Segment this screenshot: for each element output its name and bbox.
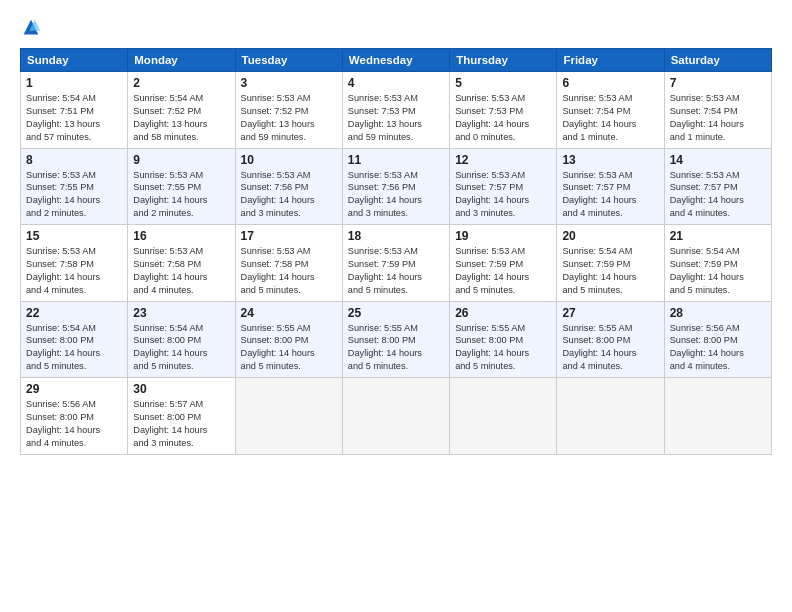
day-info: Sunrise: 5:54 AMSunset: 7:59 PMDaylight:… <box>670 245 766 297</box>
day-number: 26 <box>455 306 551 320</box>
empty-cell <box>235 378 342 455</box>
day-number: 27 <box>562 306 658 320</box>
day-cell-9: 9Sunrise: 5:53 AMSunset: 7:55 PMDaylight… <box>128 148 235 225</box>
day-cell-5: 5Sunrise: 5:53 AMSunset: 7:53 PMDaylight… <box>450 72 557 149</box>
day-cell-11: 11Sunrise: 5:53 AMSunset: 7:56 PMDayligh… <box>342 148 449 225</box>
day-info: Sunrise: 5:53 AMSunset: 7:55 PMDaylight:… <box>133 169 229 221</box>
day-number: 28 <box>670 306 766 320</box>
day-number: 19 <box>455 229 551 243</box>
day-number: 29 <box>26 382 122 396</box>
day-info: Sunrise: 5:55 AMSunset: 8:00 PMDaylight:… <box>562 322 658 374</box>
day-info: Sunrise: 5:53 AMSunset: 7:56 PMDaylight:… <box>241 169 337 221</box>
empty-cell <box>450 378 557 455</box>
day-number: 11 <box>348 153 444 167</box>
day-number: 18 <box>348 229 444 243</box>
day-number: 22 <box>26 306 122 320</box>
day-number: 7 <box>670 76 766 90</box>
day-number: 12 <box>455 153 551 167</box>
day-cell-21: 21Sunrise: 5:54 AMSunset: 7:59 PMDayligh… <box>664 225 771 302</box>
day-number: 3 <box>241 76 337 90</box>
day-info: Sunrise: 5:57 AMSunset: 8:00 PMDaylight:… <box>133 398 229 450</box>
day-number: 23 <box>133 306 229 320</box>
page-header <box>20 18 772 40</box>
day-number: 24 <box>241 306 337 320</box>
day-info: Sunrise: 5:56 AMSunset: 8:00 PMDaylight:… <box>670 322 766 374</box>
calendar-row-4: 29Sunrise: 5:56 AMSunset: 8:00 PMDayligh… <box>21 378 772 455</box>
day-info: Sunrise: 5:56 AMSunset: 8:00 PMDaylight:… <box>26 398 122 450</box>
day-info: Sunrise: 5:54 AMSunset: 8:00 PMDaylight:… <box>26 322 122 374</box>
day-cell-13: 13Sunrise: 5:53 AMSunset: 7:57 PMDayligh… <box>557 148 664 225</box>
day-cell-17: 17Sunrise: 5:53 AMSunset: 7:58 PMDayligh… <box>235 225 342 302</box>
day-number: 21 <box>670 229 766 243</box>
day-info: Sunrise: 5:53 AMSunset: 7:58 PMDaylight:… <box>133 245 229 297</box>
day-number: 8 <box>26 153 122 167</box>
day-cell-2: 2Sunrise: 5:54 AMSunset: 7:52 PMDaylight… <box>128 72 235 149</box>
day-number: 5 <box>455 76 551 90</box>
day-info: Sunrise: 5:53 AMSunset: 7:58 PMDaylight:… <box>241 245 337 297</box>
day-number: 20 <box>562 229 658 243</box>
calendar-table: SundayMondayTuesdayWednesdayThursdayFrid… <box>20 48 772 455</box>
day-info: Sunrise: 5:53 AMSunset: 7:58 PMDaylight:… <box>26 245 122 297</box>
day-cell-7: 7Sunrise: 5:53 AMSunset: 7:54 PMDaylight… <box>664 72 771 149</box>
day-number: 4 <box>348 76 444 90</box>
day-cell-19: 19Sunrise: 5:53 AMSunset: 7:59 PMDayligh… <box>450 225 557 302</box>
day-cell-3: 3Sunrise: 5:53 AMSunset: 7:52 PMDaylight… <box>235 72 342 149</box>
day-cell-22: 22Sunrise: 5:54 AMSunset: 8:00 PMDayligh… <box>21 301 128 378</box>
day-cell-29: 29Sunrise: 5:56 AMSunset: 8:00 PMDayligh… <box>21 378 128 455</box>
day-cell-6: 6Sunrise: 5:53 AMSunset: 7:54 PMDaylight… <box>557 72 664 149</box>
day-info: Sunrise: 5:53 AMSunset: 7:57 PMDaylight:… <box>670 169 766 221</box>
calendar-row-0: 1Sunrise: 5:54 AMSunset: 7:51 PMDaylight… <box>21 72 772 149</box>
day-cell-4: 4Sunrise: 5:53 AMSunset: 7:53 PMDaylight… <box>342 72 449 149</box>
day-cell-26: 26Sunrise: 5:55 AMSunset: 8:00 PMDayligh… <box>450 301 557 378</box>
day-info: Sunrise: 5:55 AMSunset: 8:00 PMDaylight:… <box>348 322 444 374</box>
col-header-monday: Monday <box>128 49 235 72</box>
day-cell-1: 1Sunrise: 5:54 AMSunset: 7:51 PMDaylight… <box>21 72 128 149</box>
day-info: Sunrise: 5:53 AMSunset: 7:54 PMDaylight:… <box>670 92 766 144</box>
calendar-row-1: 8Sunrise: 5:53 AMSunset: 7:55 PMDaylight… <box>21 148 772 225</box>
day-cell-25: 25Sunrise: 5:55 AMSunset: 8:00 PMDayligh… <box>342 301 449 378</box>
day-number: 15 <box>26 229 122 243</box>
day-info: Sunrise: 5:53 AMSunset: 7:53 PMDaylight:… <box>455 92 551 144</box>
empty-cell <box>664 378 771 455</box>
day-number: 16 <box>133 229 229 243</box>
day-info: Sunrise: 5:53 AMSunset: 7:52 PMDaylight:… <box>241 92 337 144</box>
day-number: 13 <box>562 153 658 167</box>
day-cell-15: 15Sunrise: 5:53 AMSunset: 7:58 PMDayligh… <box>21 225 128 302</box>
day-info: Sunrise: 5:55 AMSunset: 8:00 PMDaylight:… <box>241 322 337 374</box>
day-info: Sunrise: 5:54 AMSunset: 7:51 PMDaylight:… <box>26 92 122 144</box>
day-info: Sunrise: 5:53 AMSunset: 7:54 PMDaylight:… <box>562 92 658 144</box>
day-number: 10 <box>241 153 337 167</box>
day-number: 6 <box>562 76 658 90</box>
day-info: Sunrise: 5:55 AMSunset: 8:00 PMDaylight:… <box>455 322 551 374</box>
day-info: Sunrise: 5:54 AMSunset: 7:59 PMDaylight:… <box>562 245 658 297</box>
day-info: Sunrise: 5:53 AMSunset: 7:56 PMDaylight:… <box>348 169 444 221</box>
day-cell-18: 18Sunrise: 5:53 AMSunset: 7:59 PMDayligh… <box>342 225 449 302</box>
day-number: 9 <box>133 153 229 167</box>
col-header-saturday: Saturday <box>664 49 771 72</box>
empty-cell <box>557 378 664 455</box>
col-header-sunday: Sunday <box>21 49 128 72</box>
day-number: 30 <box>133 382 229 396</box>
day-number: 25 <box>348 306 444 320</box>
day-info: Sunrise: 5:53 AMSunset: 7:59 PMDaylight:… <box>348 245 444 297</box>
day-info: Sunrise: 5:53 AMSunset: 7:57 PMDaylight:… <box>455 169 551 221</box>
day-info: Sunrise: 5:54 AMSunset: 7:52 PMDaylight:… <box>133 92 229 144</box>
day-number: 14 <box>670 153 766 167</box>
day-cell-30: 30Sunrise: 5:57 AMSunset: 8:00 PMDayligh… <box>128 378 235 455</box>
day-info: Sunrise: 5:54 AMSunset: 8:00 PMDaylight:… <box>133 322 229 374</box>
day-info: Sunrise: 5:53 AMSunset: 7:55 PMDaylight:… <box>26 169 122 221</box>
logo-icon <box>20 18 42 40</box>
day-cell-24: 24Sunrise: 5:55 AMSunset: 8:00 PMDayligh… <box>235 301 342 378</box>
col-header-friday: Friday <box>557 49 664 72</box>
calendar-row-2: 15Sunrise: 5:53 AMSunset: 7:58 PMDayligh… <box>21 225 772 302</box>
day-info: Sunrise: 5:53 AMSunset: 7:53 PMDaylight:… <box>348 92 444 144</box>
empty-cell <box>342 378 449 455</box>
day-number: 17 <box>241 229 337 243</box>
day-cell-12: 12Sunrise: 5:53 AMSunset: 7:57 PMDayligh… <box>450 148 557 225</box>
calendar-row-3: 22Sunrise: 5:54 AMSunset: 8:00 PMDayligh… <box>21 301 772 378</box>
day-number: 1 <box>26 76 122 90</box>
day-cell-10: 10Sunrise: 5:53 AMSunset: 7:56 PMDayligh… <box>235 148 342 225</box>
col-header-tuesday: Tuesday <box>235 49 342 72</box>
logo <box>20 18 46 40</box>
day-cell-23: 23Sunrise: 5:54 AMSunset: 8:00 PMDayligh… <box>128 301 235 378</box>
